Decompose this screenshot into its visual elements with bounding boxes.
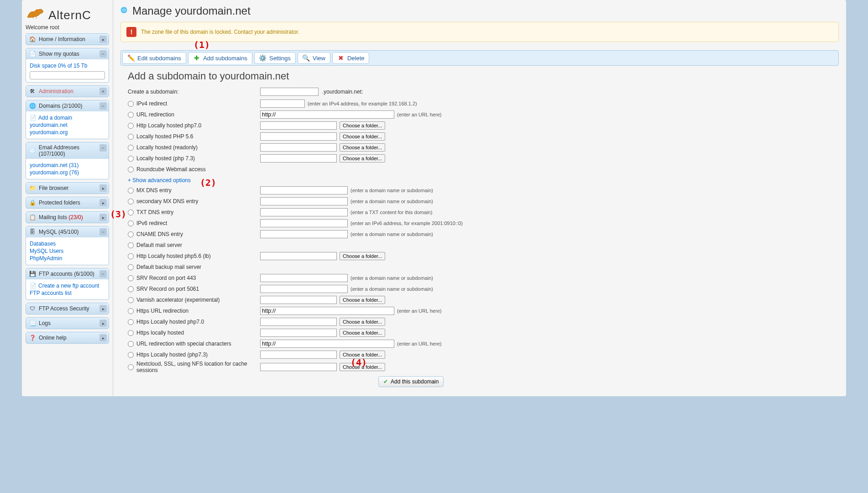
input-httpsphp70[interactable] [260, 318, 337, 326]
nav-emails[interactable]: ✉️ Email Addresses (107/1000) − [26, 142, 109, 159]
radio-httpsphp70[interactable] [128, 319, 134, 325]
choose-folder-php56[interactable]: Choose a folder... [340, 132, 385, 141]
choose-folder-php73[interactable]: Choose a folder... [340, 154, 385, 163]
radio-urlspec[interactable] [128, 341, 134, 347]
phpmyadmin-link[interactable]: PhpMyAdmin [30, 255, 105, 262]
tab-add-subdomains[interactable]: ✚Add subdomains [188, 52, 252, 64]
nav-protected[interactable]: 🔒 Protected folders ▸ [26, 197, 109, 208]
plus-icon[interactable]: + [99, 88, 107, 95]
radio-txt[interactable] [128, 210, 134, 215]
add-subdomain-button[interactable]: ✔ Add this subdomain [378, 376, 444, 387]
ftp-list-link[interactable]: FTP accounts list [30, 289, 105, 297]
input-mx2[interactable] [260, 197, 348, 205]
choose-folder-php56lb[interactable]: Choose a folder... [340, 252, 385, 260]
input-httpsurl[interactable] [260, 307, 394, 315]
nav-filebrowser[interactable]: 📁 File browser ▸ [26, 183, 109, 194]
chevron-right-icon[interactable]: ▸ [99, 320, 107, 327]
radio-srv443[interactable] [128, 275, 134, 281]
tab-edit-subdomains[interactable]: ✏️Edit subdomains [122, 52, 186, 64]
input-urlspec[interactable] [260, 340, 394, 348]
radio-ipv6[interactable] [128, 220, 134, 226]
choose-folder-ro[interactable]: Choose a folder... [340, 143, 385, 152]
domain-link-1[interactable]: yourdomain.net [30, 121, 105, 129]
email-link-2[interactable]: yourdomain.org (76) [30, 169, 105, 176]
nav-help[interactable]: ❓ Online help ▸ [26, 332, 109, 343]
radio-srv5061[interactable] [128, 286, 134, 292]
choose-folder-httpslocal[interactable]: Choose a folder... [340, 329, 385, 337]
nav-ftpsec[interactable]: 🛡 FTP Access Security ▸ [26, 303, 109, 314]
input-srv5061[interactable] [260, 285, 348, 293]
radio-php56[interactable] [128, 134, 134, 140]
radio-php73[interactable] [128, 156, 134, 162]
input-ipv4[interactable] [260, 100, 305, 108]
chevron-right-icon[interactable]: ▸ [99, 214, 107, 221]
nav-mailing[interactable]: 📋 Mailing lists (23/0) ▸ [26, 212, 109, 223]
choose-folder-php70[interactable]: Choose a folder... [340, 121, 385, 130]
tab-settings[interactable]: ⚙️Settings [254, 52, 296, 64]
input-cname[interactable] [260, 230, 348, 238]
radio-php56lb[interactable] [128, 253, 134, 259]
input-php70[interactable] [260, 121, 337, 130]
input-nextcloud[interactable] [260, 363, 337, 371]
radio-ro[interactable] [128, 145, 134, 151]
chevron-right-icon[interactable]: ▸ [99, 36, 107, 43]
create-ftp-link[interactable]: Create a new ftp account [38, 282, 99, 289]
input-mx[interactable] [260, 186, 348, 194]
radio-httpsurl[interactable] [128, 308, 134, 314]
nav-admin[interactable]: 🛠 Administration + [26, 86, 109, 97]
radio-url[interactable] [128, 112, 134, 118]
chevron-right-icon[interactable]: ▸ [99, 305, 107, 312]
nav-logs[interactable]: 📃 Logs ▸ [26, 318, 109, 329]
input-php56[interactable] [260, 132, 337, 141]
minus-icon[interactable]: − [99, 144, 107, 152]
chevron-right-icon[interactable]: ▸ [99, 334, 107, 341]
choose-folder-varnish[interactable]: Choose a folder... [340, 296, 385, 304]
domain-link-2[interactable]: yourdomain.org [30, 129, 105, 136]
nav-mysql[interactable]: 🗄 MySQL (45/100) − [26, 226, 109, 237]
quota-disk-link[interactable]: Disk space 0% of 15 Tb [30, 62, 105, 69]
radio-cname[interactable] [128, 231, 134, 237]
radio-php70[interactable] [128, 123, 134, 129]
mysql-databases-link[interactable]: Databases [30, 240, 105, 247]
add-domain-link[interactable]: Add a domain [38, 114, 72, 121]
input-php73[interactable] [260, 154, 337, 163]
choose-folder-httpsphp70[interactable]: Choose a folder... [340, 318, 385, 326]
radio-defbackup[interactable] [128, 264, 134, 270]
minus-icon[interactable]: − [99, 228, 107, 236]
nav-ftp[interactable]: 💾 FTP accounts (6/1000) − [26, 268, 109, 279]
input-ipv6[interactable] [260, 219, 348, 227]
email-link-1[interactable]: yourdomain.net (31) [30, 162, 105, 169]
input-php56lb[interactable] [260, 252, 337, 260]
subdomain-input[interactable] [260, 88, 319, 96]
input-varnish[interactable] [260, 296, 337, 304]
mysql-users-link[interactable]: MySQL Users [30, 247, 105, 255]
radio-httpslocal[interactable] [128, 330, 134, 336]
radio-roundcube[interactable] [128, 167, 134, 173]
nav-quotas[interactable]: 📄 Show my quotas − [26, 48, 109, 59]
radio-mx2[interactable] [128, 199, 134, 205]
minus-icon[interactable]: − [99, 270, 107, 278]
minus-icon[interactable]: − [99, 102, 107, 110]
radio-varnish[interactable] [128, 297, 134, 303]
input-httpslocal[interactable] [260, 329, 337, 337]
chevron-right-icon[interactable]: ▸ [99, 199, 107, 206]
tab-view[interactable]: 🔍View [298, 52, 330, 64]
input-ro[interactable] [260, 143, 337, 152]
radio-ipv4[interactable] [128, 101, 134, 107]
nav-domains[interactable]: 🌐 Domains (2/1000) − [26, 100, 109, 111]
radio-httpsphp73[interactable] [128, 352, 134, 358]
radio-mx[interactable] [128, 188, 134, 194]
minus-icon[interactable]: − [99, 50, 107, 58]
radio-nextcloud[interactable] [128, 364, 134, 370]
input-srv443[interactable] [260, 274, 348, 282]
show-advanced-link[interactable]: + Show advanced options [128, 175, 191, 185]
tab-delete[interactable]: ✖Delete [332, 52, 370, 64]
choose-folder-nextcloud[interactable]: Choose a folder... [340, 363, 385, 371]
radio-defmail[interactable] [128, 242, 134, 248]
chevron-right-icon[interactable]: ▸ [99, 184, 107, 192]
input-txt[interactable] [260, 208, 348, 216]
input-url[interactable] [260, 110, 394, 119]
input-httpsphp73[interactable] [260, 351, 337, 359]
nav-home[interactable]: 🏠 Home / Information ▸ [26, 34, 109, 45]
choose-folder-httpsphp73[interactable]: Choose a folder... [340, 351, 385, 359]
